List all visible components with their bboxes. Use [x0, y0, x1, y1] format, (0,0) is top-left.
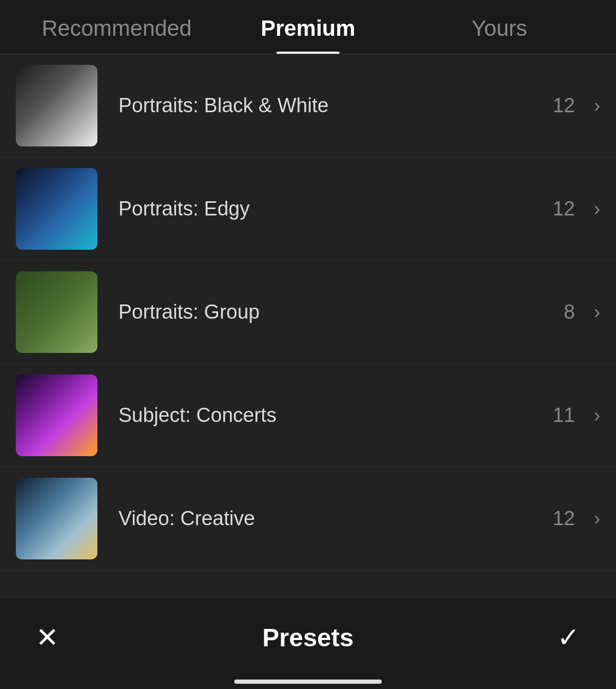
preset-count: 12 [553, 94, 575, 117]
preset-thumbnail [16, 478, 97, 559]
tab-recommended-label: Recommended [42, 16, 192, 41]
preset-right: 12 › [553, 507, 600, 530]
preset-count: 12 [553, 198, 575, 220]
preset-right: 12 › [553, 94, 600, 117]
close-icon: ✕ [36, 622, 59, 653]
chevron-right-icon: › [594, 508, 600, 530]
preset-right: 12 › [553, 198, 600, 220]
confirm-icon: ✓ [557, 622, 580, 653]
preset-info: Portraits: Black & White [97, 94, 553, 117]
tab-premium[interactable]: Premium [212, 16, 403, 54]
preset-right: 11 › [553, 404, 600, 427]
preset-name: Portraits: Edgy [118, 198, 250, 220]
bottom-bar: ✕ Presets ✓ [0, 597, 616, 669]
tab-bar: Recommended Premium Yours [0, 0, 616, 54]
preset-info: Video: Creative [97, 507, 553, 530]
list-item[interactable]: Portraits: Edgy 12 › [0, 158, 616, 261]
preset-thumbnail [16, 65, 97, 146]
presets-title: Presets [68, 623, 548, 652]
close-button[interactable]: ✕ [26, 616, 68, 658]
list-item[interactable]: Video: Creative 12 › [0, 467, 616, 570]
list-item[interactable]: Subject: Concerts 11 › [0, 364, 616, 467]
preset-thumbnail [16, 168, 97, 250]
preset-name: Portraits: Group [118, 301, 260, 323]
chevron-right-icon: › [594, 198, 600, 220]
preset-list: Portraits: Black & White 12 › Portraits:… [0, 54, 616, 597]
preset-info: Subject: Concerts [97, 404, 553, 427]
chevron-right-icon: › [594, 405, 600, 427]
preset-info: Portraits: Group [97, 301, 564, 323]
preset-thumbnail [16, 271, 97, 353]
preset-name: Video: Creative [118, 507, 255, 529]
chevron-right-icon: › [594, 95, 600, 117]
list-item[interactable]: Portraits: Black & White 12 › [0, 54, 616, 158]
preset-name: Subject: Concerts [118, 404, 276, 426]
preset-count: 11 [553, 404, 575, 427]
preset-right: 8 › [564, 301, 600, 323]
preset-name: Portraits: Black & White [118, 94, 329, 116]
confirm-button[interactable]: ✓ [548, 616, 590, 658]
preset-count: 12 [553, 507, 575, 530]
preset-thumbnail [16, 375, 97, 456]
tab-yours-label: Yours [471, 16, 527, 41]
home-indicator [234, 680, 382, 684]
tab-yours[interactable]: Yours [404, 16, 595, 54]
tab-recommended[interactable]: Recommended [21, 16, 212, 54]
list-item[interactable]: Portraits: Group 8 › [0, 261, 616, 364]
chevron-right-icon: › [594, 301, 600, 323]
preset-info: Portraits: Edgy [97, 198, 553, 220]
tab-premium-label: Premium [261, 16, 355, 41]
preset-count: 8 [564, 301, 575, 323]
